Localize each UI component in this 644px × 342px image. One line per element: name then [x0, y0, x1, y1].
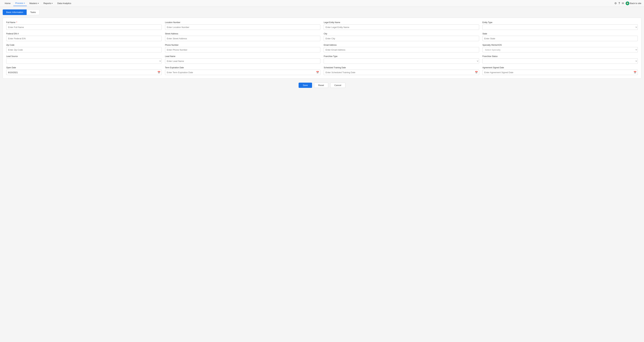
term-expiration-date-group: Term Expiration Date 📅 — [165, 66, 320, 75]
scheduled-training-date-label: Scheduled Training Date — [324, 66, 479, 69]
zip-code-group: Zip Code — [6, 44, 162, 52]
nav-right: ⚙ ? ✉ 🏠 Back to site — [614, 2, 641, 5]
specialty-group: Specialty /Niche/AOS Select Specialty — [482, 44, 638, 52]
settings-icon[interactable]: ⚙ — [614, 2, 617, 5]
lead-source-group: Lead Source — [6, 55, 162, 64]
franchise-type-group: Franchise Type — [324, 55, 479, 64]
chevron-down-icon: ▾ — [24, 2, 25, 4]
main-content: Basic Information Tasks Full Name * Loca… — [0, 7, 644, 91]
legal-entity-name-label: Legal Entity Name — [324, 21, 479, 24]
phone-number-input[interactable] — [165, 47, 320, 52]
tab-basic-information[interactable]: Basic Information — [3, 10, 26, 15]
state-label: State — [482, 33, 638, 35]
required-indicator: * — [16, 21, 17, 24]
form-grid: Full Name * Location Number Legal Entity… — [6, 21, 638, 75]
term-expiration-date-wrapper: 📅 — [165, 70, 320, 75]
reset-button[interactable]: Reset — [314, 83, 328, 88]
franchise-status-label: Franchise Status — [482, 55, 638, 58]
federal-ein-input[interactable] — [6, 36, 162, 41]
lead-source-label: Lead Source — [6, 55, 162, 58]
nav-item-home[interactable]: Home — [3, 1, 13, 6]
term-expiration-date-label: Term Expiration Date — [165, 66, 320, 69]
lead-name-label: Lead Name — [165, 55, 320, 58]
nav-item-reports[interactable]: Reports ▾ — [42, 1, 55, 6]
state-group: State — [482, 33, 638, 41]
location-number-label: Location Number — [165, 21, 320, 24]
save-button[interactable]: Save — [298, 83, 312, 88]
street-address-input[interactable] — [165, 36, 320, 41]
help-icon[interactable]: ? — [618, 2, 620, 5]
legal-entity-name-input[interactable] — [324, 25, 479, 30]
state-input[interactable] — [482, 36, 638, 41]
tab-tasks[interactable]: Tasks — [26, 10, 39, 15]
nav-left: Home Process ▾ Masters ▾ Reports ▾ Data … — [3, 1, 73, 6]
back-to-site-button[interactable]: 🏠 Back to site — [626, 2, 641, 5]
lead-name-input[interactable] — [165, 58, 320, 64]
location-number-input[interactable] — [165, 25, 320, 30]
scheduled-training-date-wrapper: 📅 — [324, 70, 479, 75]
form-card: Full Name * Location Number Legal Entity… — [3, 18, 641, 79]
street-address-label: Street Address — [165, 33, 320, 35]
tabs: Basic Information Tasks — [3, 10, 641, 15]
scheduled-training-date-group: Scheduled Training Date 📅 — [324, 66, 479, 75]
action-row: Save Reset Cancel — [3, 83, 641, 88]
federal-ein-group: Federal EIN # — [6, 33, 162, 41]
city-group: City — [324, 33, 479, 41]
open-date-input[interactable] — [6, 70, 162, 75]
entity-type-select[interactable] — [482, 25, 638, 30]
open-date-label: Open Date — [6, 66, 162, 69]
mail-icon[interactable]: ✉ — [622, 2, 624, 5]
city-input[interactable] — [324, 36, 479, 41]
full-name-label: Full Name * — [6, 21, 162, 24]
term-expiration-date-input[interactable] — [165, 70, 320, 75]
full-name-group: Full Name * — [6, 21, 162, 30]
street-address-group: Street Address — [165, 33, 320, 41]
phone-number-group: Phone Number — [165, 44, 320, 52]
city-label: City — [324, 33, 479, 35]
franchise-status-select[interactable] — [482, 58, 638, 64]
franchise-status-group: Franchise Status — [482, 55, 638, 64]
agreement-signed-date-wrapper: 📅 — [482, 70, 638, 75]
franchise-type-label: Franchise Type — [324, 55, 479, 58]
nav-item-data-analytics[interactable]: Data Analytics — [55, 1, 73, 6]
email-address-group: Email Address — [324, 44, 479, 52]
nav-item-process[interactable]: Process ▾ — [13, 1, 27, 6]
phone-number-label: Phone Number — [165, 44, 320, 46]
navbar: Home Process ▾ Masters ▾ Reports ▾ Data … — [0, 0, 644, 7]
location-number-group: Location Number — [165, 21, 320, 30]
legal-entity-name-group: Legal Entity Name — [324, 21, 479, 30]
franchise-type-select[interactable] — [324, 58, 479, 64]
chevron-down-icon: ▾ — [52, 2, 52, 4]
agreement-signed-date-label: Agreement Signed Date — [482, 66, 638, 69]
scheduled-training-date-input[interactable] — [324, 70, 479, 75]
chevron-down-icon: ▾ — [38, 2, 39, 4]
agreement-signed-date-input[interactable] — [482, 70, 638, 75]
entity-type-label: Entity Type — [482, 21, 638, 24]
agreement-signed-date-group: Agreement Signed Date 📅 — [482, 66, 638, 75]
open-date-group: Open Date 📅 — [6, 66, 162, 75]
zip-code-label: Zip Code — [6, 44, 162, 46]
federal-ein-label: Federal EIN # — [6, 33, 162, 35]
cancel-button[interactable]: Cancel — [330, 83, 346, 88]
full-name-input[interactable] — [6, 25, 162, 30]
nav-item-masters[interactable]: Masters ▾ — [28, 1, 41, 6]
lead-name-group: Lead Name — [165, 55, 320, 64]
back-to-site-avatar: 🏠 — [626, 2, 629, 5]
email-address-label: Email Address — [324, 44, 479, 46]
specialty-label: Specialty /Niche/AOS — [482, 44, 638, 46]
open-date-wrapper: 📅 — [6, 70, 162, 75]
email-address-input[interactable] — [324, 47, 479, 52]
entity-type-group: Entity Type — [482, 21, 638, 30]
specialty-select[interactable]: Select Specialty — [482, 47, 638, 52]
lead-source-select[interactable] — [6, 58, 162, 64]
zip-code-input[interactable] — [6, 47, 162, 52]
